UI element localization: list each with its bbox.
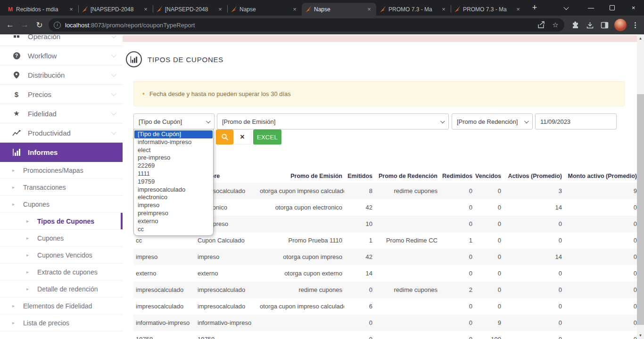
sidebar-menu: Operación?WorkflowDistribución$Precios★F… <box>0 34 123 331</box>
cell: redime cupones <box>374 183 439 199</box>
sidebar-subitem-cupones[interactable]: ▸Cupones <box>0 230 123 247</box>
dropdown-option-externo[interactable]: externo <box>134 218 213 226</box>
bullet-icon: • <box>142 90 145 97</box>
napse-favicon-icon <box>454 6 461 13</box>
cell: 0 <box>439 265 474 282</box>
dropdown-option-impresocalculado[interactable]: impresocalculado <box>134 186 213 194</box>
dropdown-option-22269[interactable]: 22269 <box>134 162 213 170</box>
cell: 0 <box>503 298 564 315</box>
napse-favicon-icon <box>380 6 386 13</box>
tab-close-icon[interactable]: × <box>440 6 447 13</box>
browser-tab-promo-7-3-ma-5[interactable]: PROMO 7.3 - Ma× <box>376 3 451 16</box>
tab-close-icon[interactable]: × <box>216 6 224 13</box>
cell: 0 <box>564 315 639 331</box>
sidebar-subitem-detalle-de-redencion[interactable]: ▸Detalle de redención <box>0 281 123 298</box>
forward-button[interactable]: → <box>17 17 32 32</box>
sidebar-subitem-label: Tipos de Cupones <box>37 218 94 225</box>
sidebar-item-informes[interactable]: Informes <box>0 143 123 162</box>
page-title-row: TIPOS DE CUPONES <box>126 51 223 67</box>
browser-tab-napsepd-2048-1[interactable]: [NAPSEPD-2048× <box>78 3 153 16</box>
cell: otorga cupon impreso calculado <box>259 183 344 199</box>
scroll-up-icon[interactable]: ▲ <box>637 34 644 42</box>
address-bar[interactable]: i localhost:8073/promo/report/couponType… <box>49 18 564 32</box>
dropdown-option-elect[interactable]: elect <box>134 146 213 154</box>
sidebar-item-label: Informes <box>28 148 58 156</box>
dropdown-option-tipo-de-cupon[interactable]: [Tipo de Cupón] <box>134 130 213 138</box>
tab-close-icon[interactable]: × <box>67 6 75 13</box>
dropdown-option-electronico[interactable]: electronico <box>134 194 213 202</box>
side-panel-icon[interactable] <box>597 18 612 32</box>
dropdown-option-impreso[interactable]: impreso <box>134 202 213 210</box>
browser-tab-napse-3[interactable]: Napse× <box>227 3 302 16</box>
sidebar-subitem-cupones[interactable]: ▸Cupones <box>0 196 123 213</box>
site-info-icon[interactable]: i <box>54 22 61 29</box>
tab-close-icon[interactable]: × <box>142 6 149 13</box>
sidebar-subitem-transacciones[interactable]: ▸Transacciones <box>0 179 123 196</box>
sidebar-subitem-label: Cupones Vencidos <box>37 251 92 259</box>
browser-tab-napsepd-2048-2[interactable]: [NAPSEPD-2048× <box>153 3 227 16</box>
bookmark-star-icon[interactable]: ☆ <box>548 18 562 32</box>
browser-tab-promo-7-3-ma-6[interactable]: PROMO 7.3 - Ma× <box>451 3 525 16</box>
tab-close-icon[interactable]: × <box>514 6 522 13</box>
caret-right-icon: ▸ <box>12 168 15 173</box>
sidebar-item-operacion[interactable]: Operación <box>0 34 123 46</box>
cell: 8 <box>344 183 374 199</box>
clear-button[interactable]: × <box>233 129 251 145</box>
chevron-down-icon <box>111 91 116 96</box>
sidebar-subitem-elementos-de-fidelidad[interactable]: ▸Elementos de Fidelidad <box>0 298 123 315</box>
cell: impresocalculado <box>195 282 259 298</box>
maximize-button[interactable] <box>602 0 623 16</box>
browser-tab-napse-4[interactable]: Napse× <box>302 3 376 16</box>
tab-search-button[interactable] <box>557 0 576 16</box>
warning-text: Fecha desde y hasta no pueden superar lo… <box>149 90 291 97</box>
cell: 0 <box>503 216 564 232</box>
share-icon[interactable] <box>534 18 548 32</box>
excel-button[interactable]: EXCEL <box>253 129 281 145</box>
warning-alert: • Fecha desde y hasta no pueden superar … <box>133 81 625 106</box>
reload-button[interactable]: ↻ <box>32 17 47 32</box>
minimize-button[interactable]: — <box>580 0 602 16</box>
cell: 42 <box>344 249 374 265</box>
sidebar-subitem-promociones-mapas[interactable]: ▸Promociones/Mapas <box>0 162 123 179</box>
tab-close-icon[interactable]: × <box>365 6 373 13</box>
cell: 100 <box>474 331 503 339</box>
sidebar-item-fidelidad[interactable]: ★Fidelidad <box>0 104 123 123</box>
sidebar-subitem-lista-de-precios[interactable]: ▸Lista de precios <box>0 315 123 331</box>
dropdown-option-preimpreso[interactable]: preimpreso <box>134 210 213 218</box>
napse-favicon-icon <box>82 6 88 13</box>
new-tab-button[interactable]: + <box>528 1 541 14</box>
sidebar-item-precios[interactable]: $Precios <box>0 85 123 104</box>
tab-close-icon[interactable]: × <box>291 6 298 13</box>
close-window-button[interactable]: × <box>623 0 644 16</box>
sidebar-item-workflow[interactable]: ?Workflow <box>0 46 123 65</box>
promo-redencion-select[interactable]: [Promo de Redención] <box>452 113 533 129</box>
sidebar-subitem-cupones-vencidos[interactable]: ▸Cupones Vencidos <box>0 247 123 264</box>
sidebar-subitem-label: Promociones/Mapas <box>23 167 83 174</box>
url-text: localhost:8073/promo/report/couponTypeRe… <box>65 22 534 29</box>
scroll-down-icon[interactable]: ▼ <box>637 331 644 339</box>
scrollbar-thumb[interactable] <box>637 94 644 325</box>
dropdown-option-informativo-impreso[interactable]: informativo-impreso <box>134 138 213 146</box>
sidebar-item-productividad[interactable]: Productividad <box>0 123 123 143</box>
sidebar-subitem-tipos-de-cupones[interactable]: ▸Tipos de Cupones <box>0 213 123 230</box>
dropdown-option-1111[interactable]: 1111 <box>134 170 213 178</box>
sidebar-subitem-extracto-de-cupones[interactable]: ▸Extracto de cupones <box>0 264 123 281</box>
dropdown-option-19759[interactable]: 19759 <box>134 178 213 186</box>
tipo-cupon-select[interactable]: [Tipo de Cupón] <box>133 113 215 129</box>
sidebar-item-distribucion[interactable]: Distribución <box>0 65 123 85</box>
back-button[interactable]: ← <box>3 17 17 32</box>
cell: 0 <box>564 331 639 339</box>
grid-icon <box>11 35 22 38</box>
browser-tab-recibidos-mdia-0[interactable]: MRecibidos - mdia× <box>4 3 78 16</box>
caret-right-icon: ▸ <box>26 252 29 258</box>
search-button[interactable] <box>216 129 233 145</box>
extensions-icon[interactable] <box>568 18 583 32</box>
dropdown-option-cc[interactable]: cc <box>134 226 213 234</box>
fecha-input[interactable]: 11/09/2023 <box>535 113 617 129</box>
promo-emision-select[interactable]: [Promo de Emisión] <box>217 113 449 129</box>
page-scrollbar[interactable]: ▲ ▼ <box>637 34 644 339</box>
browser-menu-button[interactable] <box>629 18 641 32</box>
download-icon[interactable] <box>583 18 597 32</box>
dropdown-option-pre-impreso[interactable]: pre-impreso <box>134 154 213 162</box>
profile-avatar[interactable] <box>614 19 627 31</box>
